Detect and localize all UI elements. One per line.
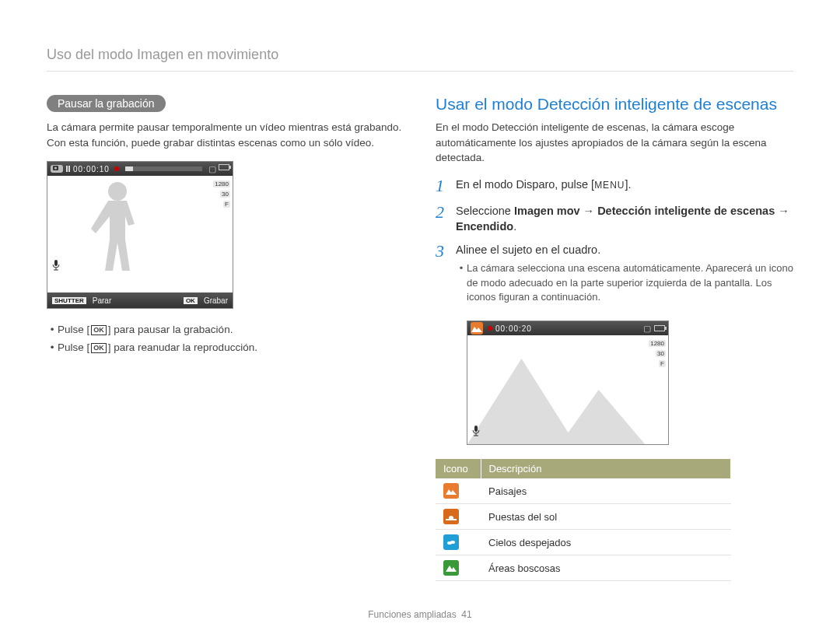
lcd-fps-tag: 30 xyxy=(656,350,666,357)
ok-icon: OK xyxy=(91,325,107,335)
th-desc: Descripción xyxy=(481,459,731,478)
header-rule xyxy=(47,71,793,72)
right-heading: Usar el modo Detección inteligente de es… xyxy=(436,95,793,114)
landscape-icon xyxy=(443,483,459,499)
step-1: 1 En el modo Disparo, pulse [MENU]. xyxy=(436,177,793,195)
step-num: 1 xyxy=(436,177,456,195)
lcd-res-tag: 1280 xyxy=(649,340,666,347)
lcd-bottom-bar: SHUTTER Parar OK Grabar xyxy=(47,292,233,308)
ok-icon: OK xyxy=(91,343,107,353)
mic-icon xyxy=(471,426,481,436)
svg-point-12 xyxy=(450,541,455,544)
svg-rect-6 xyxy=(474,426,478,432)
lcd-scene: 1280 30 F xyxy=(467,335,668,444)
lcd-flash-tag: F xyxy=(659,360,666,367)
bullet-resume: Pulse [OK] para reanudar la reproducción… xyxy=(47,339,404,357)
th-icon: Icono xyxy=(436,459,481,478)
step-3: 3 Alinee el sujeto en el cuadro. La cáma… xyxy=(436,242,793,313)
shutter-key-label: SHUTTER xyxy=(52,297,86,304)
lcd-flash-tag: F xyxy=(223,201,230,208)
lcd-fps-tag: 30 xyxy=(220,191,230,198)
menu-key-label: MENU xyxy=(594,180,625,191)
row-desc: Paisajes xyxy=(481,478,731,504)
lcd-timecode: 00:00:10 xyxy=(73,165,110,173)
lcd-top-bar: 00:00:10 ▢ xyxy=(47,162,233,176)
lcd-progress xyxy=(125,166,202,171)
icon-table: Icono Descripción Paisajes Puestas del s… xyxy=(436,459,731,581)
battery-icon xyxy=(654,325,665,331)
left-intro: La cámara permite pausar temporalmente u… xyxy=(47,120,404,150)
ok-key-label: OK xyxy=(184,297,198,304)
step-num: 3 xyxy=(436,242,456,313)
sunset-icon xyxy=(443,509,459,524)
step-num: 2 xyxy=(436,203,456,235)
child-silhouette-icon xyxy=(91,177,145,277)
card-icon: ▢ xyxy=(208,164,216,174)
lcd-scene: 1280 30 F xyxy=(47,176,233,292)
row-desc: Áreas boscosas xyxy=(481,555,731,581)
clear-sky-icon xyxy=(443,534,459,550)
right-column: Usar el modo Detección inteligente de es… xyxy=(436,95,793,581)
lcd-recording-preview: 00:00:10 ▢ 1280 30 F xyxy=(47,161,233,309)
breadcrumb: Uso del modo Imagen en movimiento xyxy=(47,47,793,63)
battery-icon xyxy=(219,164,229,170)
row-desc: Puestas del sol xyxy=(481,504,731,530)
table-row: Puestas del sol xyxy=(436,504,731,530)
svg-point-5 xyxy=(108,182,127,201)
row-desc: Cielos despejados xyxy=(481,530,731,555)
lcd-timecode: 00:00:20 xyxy=(495,324,532,333)
svg-rect-10 xyxy=(446,519,457,520)
table-row: Áreas boscosas xyxy=(436,555,731,581)
left-bullets: Pulse [OK] para pausar la grabación. Pul… xyxy=(47,321,404,357)
steps: 1 En el modo Disparo, pulse [MENU]. 2 Se… xyxy=(436,177,793,313)
mic-icon xyxy=(51,260,61,271)
forest-icon xyxy=(443,560,459,576)
lcd-scene-detect-preview: 00:00:20 ▢ 1280 30 F xyxy=(467,321,669,445)
pause-icon xyxy=(66,166,70,172)
step-2: 2 Seleccione Imagen mov → Detección inte… xyxy=(436,203,793,235)
mode-chip-icon xyxy=(51,165,63,173)
lcd-top-bar: 00:00:20 ▢ xyxy=(467,321,668,335)
footer-section: Funciones ampliadas xyxy=(368,609,456,620)
section-pill: Pausar la grabación xyxy=(47,95,166,112)
grabar-label: Grabar xyxy=(204,296,228,305)
landscape-mode-icon xyxy=(471,322,483,335)
svg-rect-2 xyxy=(54,260,58,266)
page-footer: Funciones ampliadas 41 xyxy=(0,609,840,620)
rec-dot-icon xyxy=(488,326,492,331)
footer-page: 41 xyxy=(461,609,471,620)
parar-label: Parar xyxy=(93,296,111,305)
card-icon: ▢ xyxy=(643,324,651,334)
table-row: Paisajes xyxy=(436,478,731,504)
left-column: Pausar la grabación La cámara permite pa… xyxy=(47,95,404,581)
right-intro: En el modo Detección inteligente de esce… xyxy=(436,120,793,166)
svg-point-1 xyxy=(54,167,57,170)
sub-bullet: La cámara selecciona una escena automáti… xyxy=(456,261,793,306)
table-row: Cielos despejados xyxy=(436,530,731,555)
bullet-pause: Pulse [OK] para pausar la grabación. xyxy=(47,321,404,339)
lcd-res-tag: 1280 xyxy=(213,180,230,187)
rec-dot-icon xyxy=(114,166,119,171)
